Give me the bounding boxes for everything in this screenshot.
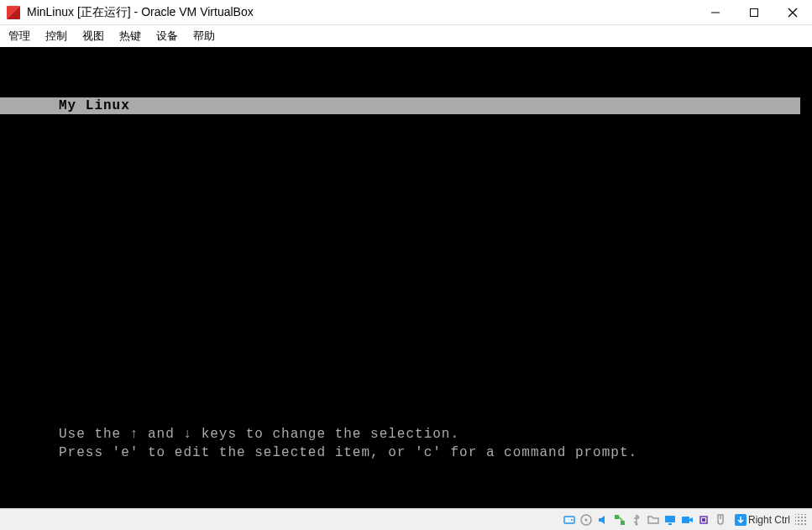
shared-folder-icon[interactable] bbox=[646, 512, 661, 527]
titlebar: MinLinux [正在运行] - Oracle VM VirtualBox bbox=[0, 0, 812, 25]
recording-icon[interactable] bbox=[679, 512, 694, 527]
svg-rect-14 bbox=[682, 517, 689, 523]
audio-icon[interactable] bbox=[595, 512, 610, 527]
svg-rect-16 bbox=[702, 518, 705, 522]
menu-view[interactable]: 视图 bbox=[82, 29, 104, 44]
hint-line1: Use the ↑ and ↓ keys to change the selec… bbox=[59, 427, 459, 442]
svg-rect-13 bbox=[668, 523, 672, 525]
menu-manage[interactable]: 管理 bbox=[8, 29, 30, 44]
close-button[interactable] bbox=[773, 0, 812, 24]
minimize-button[interactable] bbox=[696, 0, 735, 24]
svg-point-5 bbox=[571, 519, 573, 521]
host-key-arrow-icon bbox=[735, 514, 747, 526]
boot-menu-selected-entry[interactable]: My Linux bbox=[0, 97, 800, 114]
svg-rect-1 bbox=[751, 8, 758, 16]
window-controls bbox=[696, 0, 812, 24]
cpu-icon[interactable] bbox=[696, 512, 711, 527]
menu-help[interactable]: 帮助 bbox=[193, 29, 215, 44]
menu-devices[interactable]: 设备 bbox=[156, 29, 178, 44]
statusbar: Right Ctrl bbox=[0, 508, 812, 530]
mouse-integration-icon[interactable] bbox=[713, 512, 728, 527]
svg-rect-12 bbox=[665, 516, 675, 522]
host-key-indicator[interactable]: Right Ctrl bbox=[735, 514, 790, 526]
virtualbox-app-icon bbox=[7, 6, 20, 19]
svg-rect-4 bbox=[564, 517, 574, 523]
host-key-label: Right Ctrl bbox=[748, 514, 790, 526]
svg-line-10 bbox=[619, 517, 623, 521]
svg-rect-9 bbox=[621, 521, 625, 525]
vm-display[interactable]: My Linux Use the ↑ and ↓ keys to change … bbox=[0, 47, 812, 508]
boot-hint-text: Use the ↑ and ↓ keys to change the selec… bbox=[59, 425, 637, 462]
display-icon[interactable] bbox=[663, 512, 678, 527]
menubar: 管理 控制 视图 热键 设备 帮助 bbox=[0, 25, 812, 47]
svg-point-11 bbox=[635, 522, 637, 525]
hint-line2: Press 'e' to edit the selected item, or … bbox=[59, 445, 637, 460]
window-title: MinLinux [正在运行] - Oracle VM VirtualBox bbox=[27, 5, 696, 20]
menu-hotkeys[interactable]: 热键 bbox=[119, 29, 141, 44]
network-icon[interactable] bbox=[612, 512, 627, 527]
optical-disk-icon[interactable] bbox=[579, 512, 594, 527]
menu-control[interactable]: 控制 bbox=[45, 29, 67, 44]
svg-point-7 bbox=[584, 518, 587, 521]
usb-icon[interactable] bbox=[629, 512, 644, 527]
hard-disk-icon[interactable] bbox=[562, 512, 577, 527]
svg-rect-8 bbox=[615, 515, 619, 519]
resize-grip-icon[interactable] bbox=[795, 514, 807, 526]
maximize-button[interactable] bbox=[735, 0, 773, 24]
